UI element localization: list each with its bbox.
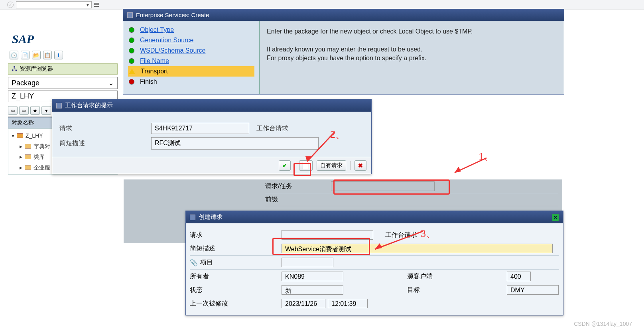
step-label[interactable]: WSDL/Schema Source	[140, 47, 206, 54]
wizard-step-file-name[interactable]: File Name	[128, 56, 254, 66]
step-label[interactable]: File Name	[140, 57, 169, 65]
back-icon[interactable]: ⇦	[8, 106, 18, 115]
short-desc-label: 简短描述	[190, 244, 282, 253]
short-desc-label: 简短描述	[59, 139, 151, 148]
owner-value[interactable]: KN089	[282, 272, 343, 281]
own-requests-label: 自有请求	[320, 162, 343, 169]
modified-date: 2023/11/26	[282, 299, 325, 308]
svg-rect-2	[16, 70, 17, 71]
prefix-label: 前缀	[265, 195, 331, 204]
source-client-value[interactable]: 400	[507, 272, 531, 281]
annotation-number-3: 3、	[421, 227, 436, 240]
own-requests-button[interactable]: 自有请求	[317, 160, 346, 171]
request-type-label: 工作台请求	[385, 231, 417, 239]
target-value[interactable]: DMY	[507, 285, 559, 295]
forward-icon[interactable]: ⇨	[19, 106, 29, 115]
request-label: 请求	[190, 231, 282, 239]
clipboard-icon[interactable]: 📋	[43, 51, 52, 59]
tree-label: 字典对	[33, 141, 50, 152]
copy-icon[interactable]: 📄	[21, 51, 30, 59]
object-type-dropdown[interactable]: Package⌄	[8, 77, 118, 89]
step-label[interactable]: Generation Source	[140, 37, 193, 44]
wb-footer: ✔ 自有请求 ✖	[52, 157, 371, 174]
hierarchy-icon	[12, 66, 17, 72]
object-type-label: Package	[12, 79, 39, 87]
repository-browser-header: 资源库浏览器	[8, 63, 118, 75]
create-request-button[interactable]	[299, 160, 313, 171]
folder-open-icon	[17, 133, 23, 138]
project-input[interactable]	[282, 258, 333, 267]
request-task-input[interactable]	[331, 181, 435, 191]
request-value[interactable]: S4HK912717	[151, 123, 249, 134]
request-type-label: 工作台请求	[256, 124, 288, 133]
info-icon[interactable]: i	[54, 51, 63, 59]
window-icon	[56, 103, 62, 108]
separator	[350, 161, 351, 170]
continue-button[interactable]: ✔	[279, 160, 291, 171]
led-green-icon	[129, 58, 134, 64]
expand-icon[interactable]: ▾	[41, 106, 51, 115]
create-request-dialog: 创建请求 × 请求 工作台请求 简短描述 WebService消费者测试 📎 项…	[185, 211, 563, 315]
cr-titlebar: 创建请求 ×	[186, 211, 563, 223]
wizard-step-wsdl-source[interactable]: WSDL/Schema Source	[128, 45, 254, 56]
history-icon[interactable]: 🕓	[10, 51, 18, 59]
modified-label: 上一次被修改	[190, 299, 282, 308]
short-desc-input[interactable]: WebService消费者测试	[282, 244, 553, 253]
separator	[295, 161, 295, 170]
wb-titlebar: 工作台请求的提示	[52, 99, 371, 112]
owner-label: 所有者	[190, 272, 282, 281]
status-value: 新	[282, 285, 343, 295]
svg-rect-0	[14, 66, 15, 68]
wizard-step-transport[interactable]: Transport	[128, 66, 254, 77]
wizard-step-finish[interactable]: Finish	[128, 77, 254, 87]
step-label: Finish	[140, 78, 157, 85]
wb-title-text: 工作台请求的提示	[65, 102, 113, 109]
help-line: Enter the package for the new object or …	[267, 27, 557, 36]
request-label: 请求	[59, 124, 151, 133]
open-icon[interactable]: 📂	[32, 51, 41, 59]
window-icon	[190, 215, 195, 220]
wizard-step-object-type[interactable]: Object Type	[128, 25, 254, 35]
help-line: For proxy objects you have the option to…	[267, 54, 557, 63]
menu-icon[interactable]	[94, 3, 99, 7]
ok-icon[interactable]: ✓	[7, 2, 14, 8]
wizard-help-text: Enter the package for the new object or …	[260, 21, 564, 94]
wizard-step-generation-source[interactable]: Generation Source	[128, 35, 254, 45]
step-label: Transport	[141, 68, 168, 75]
led-green-icon	[129, 37, 134, 43]
folder-icon	[25, 144, 31, 149]
es-title-text: Enterprise Services: Create	[136, 12, 209, 18]
led-green-icon	[129, 48, 134, 53]
annotation-number-2: 2、	[330, 128, 346, 142]
page-icon	[303, 162, 309, 169]
tree-root-label: Z_LHY	[26, 130, 43, 141]
wizard-steps: Object Type Generation Source WSDL/Schem…	[123, 21, 260, 94]
folder-icon	[25, 154, 31, 159]
short-desc-value: RFC测试	[151, 137, 319, 150]
window-icon	[127, 12, 133, 18]
status-label: 状态	[190, 286, 282, 294]
transport-fields: 请求/任务 前缀	[265, 179, 558, 206]
sap-logo: SAP	[8, 30, 118, 48]
request-task-label: 请求/任务	[265, 182, 331, 191]
enterprise-services-window: Enterprise Services: Create Object Type …	[123, 9, 564, 95]
source-client-label: 源客户端	[407, 272, 507, 281]
folder-icon	[25, 165, 31, 170]
led-red-icon	[129, 79, 134, 85]
project-text: 项目	[200, 258, 213, 267]
step-label[interactable]: Object Type	[140, 26, 174, 33]
workbench-request-dialog: 工作台请求的提示 请求 S4HK912717 工作台请求 简短描述 RFC测试 …	[52, 99, 372, 174]
close-icon[interactable]: ×	[552, 214, 559, 221]
project-label: 📎 项目	[190, 258, 282, 267]
svg-marker-6	[455, 167, 461, 173]
help-line: If already known you may enter the reque…	[267, 45, 557, 54]
favorites-icon[interactable]: ★	[30, 106, 40, 115]
annotation-number-1: 1、	[479, 150, 494, 164]
led-green-icon	[129, 27, 134, 33]
cr-title-text: 创建请求	[199, 213, 223, 221]
cancel-button[interactable]: ✖	[354, 160, 366, 171]
command-field[interactable]: ▼	[16, 1, 92, 8]
tree-label: 企业服	[33, 162, 50, 173]
request-input[interactable]	[282, 230, 373, 240]
repository-browser-label: 资源库浏览器	[20, 65, 53, 73]
